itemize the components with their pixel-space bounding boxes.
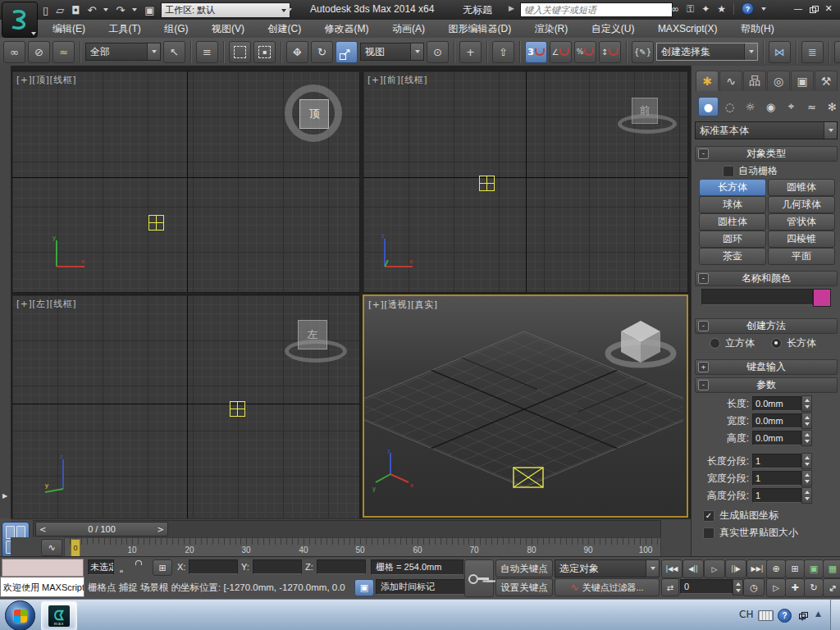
- expand-icon[interactable]: +: [698, 362, 709, 372]
- mini-curve-editor-button[interactable]: ∿: [41, 539, 62, 556]
- edit-named-selection-sets-button[interactable]: {✎}: [632, 41, 654, 63]
- zoom-button[interactable]: ⊕: [766, 559, 786, 578]
- redo-dropdown-icon[interactable]: [132, 8, 137, 11]
- window-crossing-toggle-button[interactable]: ▪: [253, 41, 276, 63]
- menu-rendering[interactable]: 渲染(R): [525, 20, 578, 38]
- rollout-parameters[interactable]: - 参数: [695, 377, 838, 393]
- set-keys-button[interactable]: [464, 559, 494, 597]
- select-and-move-button[interactable]: ↔↕: [286, 41, 308, 63]
- object-name-input[interactable]: [701, 289, 813, 305]
- infocenter-arrow-icon[interactable]: ▶: [509, 4, 514, 12]
- tab-hierarchy[interactable]: 品: [743, 71, 766, 91]
- menu-group[interactable]: 组(G): [154, 20, 198, 38]
- box-object-wireframe[interactable]: [479, 176, 495, 191]
- subtab-cameras[interactable]: ◉: [761, 98, 780, 116]
- workspace-dropdown[interactable]: 工作区: 默认: [161, 2, 290, 18]
- menu-customize[interactable]: 自定义(U): [582, 20, 645, 38]
- taskbar-3dsmax-button[interactable]: ᗧ max: [41, 601, 77, 630]
- help-icon[interactable]: ?: [742, 2, 754, 15]
- redo-icon[interactable]: ↷: [116, 4, 125, 16]
- maximize-viewport-toggle-button[interactable]: ↔: [823, 578, 840, 597]
- button-torus[interactable]: 圆环: [699, 231, 766, 248]
- selection-filter-dropdown[interactable]: 全部: [85, 43, 161, 61]
- viewport-perspective[interactable]: [+][透视][真实]: [363, 294, 688, 518]
- next-frame-arrow-icon[interactable]: >: [158, 525, 164, 534]
- bind-to-space-warp-button[interactable]: ≈: [52, 41, 75, 63]
- search-input[interactable]: [520, 2, 673, 17]
- zoom-extents-all-button[interactable]: ▦: [823, 559, 840, 578]
- radio-cube[interactable]: [710, 338, 720, 349]
- communication-center-icon[interactable]: ✦: [701, 3, 710, 15]
- viewcube-ring[interactable]: [285, 340, 347, 363]
- menu-maxscript[interactable]: MAXScript(X): [648, 20, 728, 38]
- reference-coordinate-dropdown[interactable]: 视图: [360, 43, 424, 61]
- current-frame-field[interactable]: 0: [680, 579, 733, 594]
- subtab-lights[interactable]: ☼: [741, 98, 760, 116]
- align-button[interactable]: ≣: [801, 41, 824, 63]
- percent-snap-toggle-button[interactable]: %: [574, 41, 596, 63]
- height-field[interactable]: 0.0mm: [752, 431, 801, 445]
- key-subscription-icon[interactable]: ⚿: [687, 3, 694, 15]
- select-and-link-button[interactable]: ∞: [3, 41, 25, 63]
- menu-help[interactable]: 帮助(H): [731, 20, 784, 38]
- open-file-icon[interactable]: ▱: [56, 4, 64, 16]
- length-spinner[interactable]: [801, 395, 812, 412]
- subtab-helpers[interactable]: ⌖: [782, 98, 801, 116]
- key-filters-button[interactable]: ∿ 关键点过滤器...: [555, 578, 660, 596]
- box-object-wireframe[interactable]: [148, 215, 164, 231]
- viewcube[interactable]: [598, 303, 684, 381]
- menu-create[interactable]: 创建(C): [258, 20, 311, 38]
- real-world-map-size-checkbox[interactable]: [703, 527, 714, 539]
- collapse-icon[interactable]: -: [698, 321, 709, 331]
- tray-window-dropdown-icon[interactable]: [800, 618, 805, 621]
- viewport-front-label[interactable]: [+][前][线框]: [368, 74, 427, 86]
- zoom-extents-button[interactable]: ▣: [804, 559, 824, 578]
- length-segs-spinner[interactable]: [801, 453, 812, 469]
- tab-motion[interactable]: ◎: [767, 71, 790, 91]
- viewport-top-label[interactable]: [+][顶][线框]: [16, 74, 76, 86]
- new-file-icon[interactable]: ▯: [43, 4, 48, 16]
- project-folder-icon[interactable]: ▣: [144, 4, 154, 16]
- workspace-extra-dropdown-icon[interactable]: [287, 8, 292, 11]
- rollout-name-color[interactable]: - 名称和颜色: [695, 271, 838, 286]
- key-mode-toggle-button[interactable]: ⇄: [661, 578, 679, 596]
- maxscript-mini-listener[interactable]: 欢迎使用 MAXScript: [0, 577, 84, 597]
- generate-mapping-coords-checkbox[interactable]: ✓: [703, 510, 714, 522]
- subtab-geometry[interactable]: ●: [698, 97, 719, 116]
- start-button[interactable]: [5, 600, 35, 630]
- use-pivot-point-center-button[interactable]: ⊙: [427, 41, 449, 63]
- rectangular-selection-region-button[interactable]: [229, 41, 251, 63]
- select-and-rotate-button[interactable]: ↻: [311, 41, 333, 63]
- subtab-space-warps[interactable]: ≈: [802, 98, 821, 116]
- button-geosphere[interactable]: 几何球体: [768, 196, 835, 213]
- button-cone[interactable]: 圆锥体: [768, 179, 835, 196]
- macro-recorder-field[interactable]: [2, 559, 84, 577]
- button-plane[interactable]: 平面: [768, 248, 835, 265]
- tab-modify[interactable]: ∿: [719, 71, 742, 91]
- restore-button[interactable]: [810, 6, 817, 12]
- app-logo-button[interactable]: [2, 2, 38, 38]
- button-box[interactable]: 长方体: [699, 179, 766, 196]
- menu-animation[interactable]: 动画(A): [382, 20, 435, 38]
- object-color-swatch[interactable]: [813, 289, 831, 307]
- time-configuration-button[interactable]: ◷: [743, 578, 765, 596]
- select-and-scale-button[interactable]: ↗: [336, 41, 358, 63]
- collapse-icon[interactable]: -: [698, 148, 709, 159]
- go-to-start-button[interactable]: |◀◀: [661, 559, 682, 578]
- unlink-selection-button[interactable]: ⊘: [28, 41, 50, 63]
- button-teapot[interactable]: 茶壶: [699, 248, 766, 265]
- select-by-name-button[interactable]: ≡: [196, 41, 218, 63]
- radio-box[interactable]: [771, 338, 782, 349]
- add-time-tag[interactable]: 添加时间标记: [376, 579, 465, 595]
- tab-display[interactable]: ▣: [791, 71, 814, 91]
- rollout-keyboard-entry[interactable]: + 键盘输入: [695, 359, 838, 375]
- undo-dropdown-icon[interactable]: [103, 8, 108, 11]
- absolute-offset-toggle[interactable]: ⊞: [153, 559, 172, 576]
- subtab-shapes[interactable]: ◌: [720, 98, 739, 116]
- snaps-toggle-button[interactable]: 3: [525, 41, 547, 63]
- spinner-snap-toggle-button[interactable]: ↕: [599, 41, 621, 63]
- help-dropdown-icon[interactable]: [761, 7, 766, 11]
- select-object-button[interactable]: ↖: [163, 41, 185, 63]
- close-button[interactable]: ✕: [822, 3, 835, 14]
- width-spinner[interactable]: [801, 413, 812, 429]
